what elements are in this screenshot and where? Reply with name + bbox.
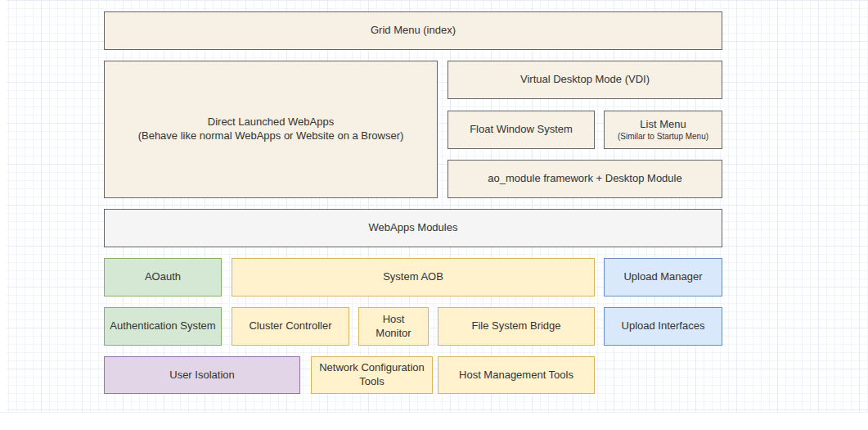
authentication-system-label: Authentication System bbox=[110, 319, 216, 333]
host-management-tools-label: Host Management Tools bbox=[443, 369, 589, 382]
box-authentication-system[interactable]: Authentication System bbox=[104, 307, 222, 346]
box-file-system-bridge[interactable]: File System Bridge bbox=[438, 307, 595, 346]
box-grid-menu[interactable]: Grid Menu (index) bbox=[104, 11, 722, 50]
diagram-canvas[interactable]: Grid Menu (index) Direct Launched WebApp… bbox=[0, 0, 868, 430]
box-user-isolation[interactable]: User Isolation bbox=[104, 356, 300, 394]
box-network-configuration-tools[interactable]: Network Configuration Tools bbox=[311, 356, 433, 394]
box-host-management-tools[interactable]: Host Management Tools bbox=[438, 356, 595, 394]
network-configuration-tools-label: Network Configuration Tools bbox=[317, 361, 427, 389]
float-window-label: Float Window System bbox=[453, 123, 589, 137]
upload-manager-label: Upload Manager bbox=[609, 270, 717, 284]
aoauth-label: AOauth bbox=[110, 270, 216, 284]
system-aob-label: System AOB bbox=[237, 270, 589, 284]
direct-webapps-sublabel: (Behave like normal WebApps or Website o… bbox=[110, 129, 432, 143]
box-virtual-desktop-mode[interactable]: Virtual Desktop Mode (VDI) bbox=[447, 61, 722, 99]
grid-menu-label: Grid Menu (index) bbox=[110, 24, 717, 38]
box-float-window-system[interactable]: Float Window System bbox=[447, 111, 595, 149]
ao-module-label: ao_module framework + Desktop Module bbox=[453, 172, 717, 186]
direct-webapps-labels: Direct Launched WebApps (Behave like nor… bbox=[110, 115, 432, 143]
canvas-bottom-margin bbox=[0, 412, 868, 430]
cluster-controller-label: Cluster Controller bbox=[237, 319, 344, 333]
box-aoauth[interactable]: AOauth bbox=[104, 258, 222, 296]
box-ao-module-framework[interactable]: ao_module framework + Desktop Module bbox=[447, 160, 722, 198]
file-system-bridge-label: File System Bridge bbox=[443, 319, 589, 333]
box-upload-interfaces[interactable]: Upload Interfaces bbox=[604, 307, 722, 346]
vdi-label: Virtual Desktop Mode (VDI) bbox=[453, 73, 717, 87]
box-upload-manager[interactable]: Upload Manager bbox=[604, 258, 722, 296]
canvas-left-margin bbox=[0, 0, 7, 430]
box-cluster-controller[interactable]: Cluster Controller bbox=[232, 307, 349, 346]
list-menu-sublabel: (Similar to Startup Menu) bbox=[609, 131, 717, 142]
direct-webapps-label: Direct Launched WebApps bbox=[110, 115, 432, 129]
user-isolation-label: User Isolation bbox=[110, 369, 295, 382]
box-system-aob[interactable]: System AOB bbox=[232, 258, 595, 296]
webapps-modules-label: WebApps Modules bbox=[110, 221, 717, 235]
list-menu-label: List Menu bbox=[609, 118, 717, 132]
list-menu-labels: List Menu (Similar to Startup Menu) bbox=[609, 118, 717, 143]
upload-interfaces-label: Upload Interfaces bbox=[609, 319, 717, 333]
host-monitor-label: Host Monitor bbox=[364, 313, 423, 341]
box-webapps-modules[interactable]: WebApps Modules bbox=[104, 209, 722, 247]
box-list-menu[interactable]: List Menu (Similar to Startup Menu) bbox=[604, 111, 722, 149]
box-direct-launched-webapps[interactable]: Direct Launched WebApps (Behave like nor… bbox=[104, 61, 438, 198]
box-host-monitor[interactable]: Host Monitor bbox=[358, 307, 429, 346]
